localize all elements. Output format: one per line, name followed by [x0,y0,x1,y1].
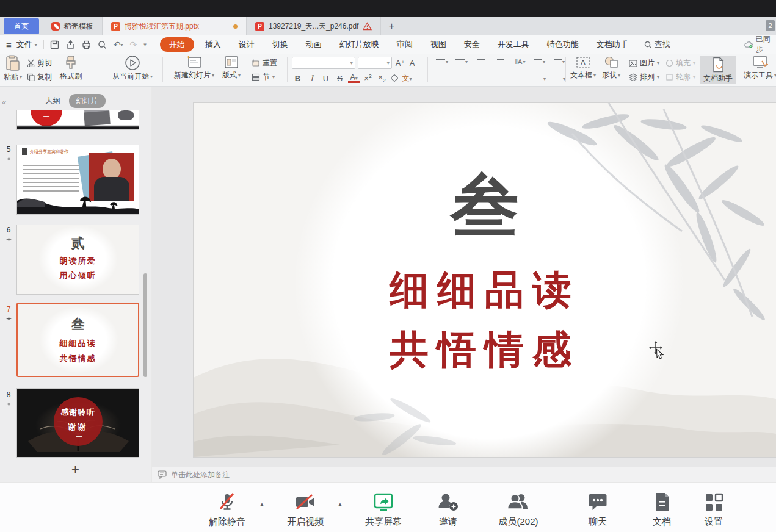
shape-outline-button[interactable]: 轮廓▾ [665,72,695,82]
start-video-button[interactable]: 开启视频 [287,491,324,528]
mic-options-arrow[interactable]: ▲ [259,501,265,508]
share-screen-button[interactable]: 共享屏幕 [365,491,402,528]
justify-icon[interactable] [492,72,509,85]
subscript-button[interactable]: ×2 [376,73,388,84]
home-tab[interactable]: 首页 [4,18,39,34]
text-direction-icon[interactable]: ▾ [531,55,548,68]
slide-section-number[interactable]: 叁 [194,171,776,240]
presentation-doc-tab[interactable]: P 博雅悦读汇第五期.pptx [103,17,247,35]
tab-security[interactable]: 安全 [464,39,480,50]
members-button[interactable]: 成员(202) [498,491,538,528]
slide-panel: « 大纲 幻灯片 一 5 介绍分享嘉宾和著作 6 贰 朗读所爱 [0,87,151,482]
columns-icon[interactable]: ‖A▾ [512,55,529,68]
font-color-button[interactable]: A▾ [348,73,360,83]
arrange-button[interactable]: 排列▾ [629,72,659,82]
cut-button[interactable]: 剪切 [27,58,52,68]
document-button[interactable]: 文档 [651,491,672,528]
slide-title-line2[interactable]: 共悟情感 [194,330,776,369]
copy-icon [27,73,35,81]
tab-start[interactable]: 开始 [160,37,194,52]
slide-thumbnail-8[interactable]: 感谢聆听 谢谢 [16,388,139,458]
settings-button[interactable]: 设置 [703,491,725,528]
slide-thumbnail-5[interactable]: 介绍分享嘉宾和著作 [16,145,139,215]
new-slide-button[interactable]: 新建幻灯片▾ [169,55,220,81]
docer-template-tab[interactable]: 稻壳模板 [43,17,103,35]
presentation-tools-button[interactable]: 演示工具▾ [744,55,776,81]
tab-insert[interactable]: 插入 [205,39,221,50]
distribute-icon[interactable] [512,72,529,85]
sidebar-scrollbar[interactable] [143,273,147,377]
slide-thumbnail-4[interactable]: 一 [16,110,139,130]
reset-button[interactable]: 重置 [252,58,277,68]
align-center-icon[interactable] [453,72,470,85]
shapes-button[interactable]: 形状▾ [602,55,620,81]
slide-thumbnail-7-selected[interactable]: 叁 细细品读 共悟情感 [16,303,139,377]
line-spacing-icon[interactable]: ▾ [531,72,548,85]
font-size-select[interactable]: ▾ [358,57,392,69]
align-right-icon[interactable] [473,72,490,85]
clear-format-icon[interactable] [390,74,399,82]
play-from-current-button[interactable]: 从当前开始▾ [109,55,156,82]
underline-button[interactable]: U [320,74,332,83]
save-icon[interactable] [50,40,59,49]
current-slide[interactable]: 叁 细细品读 共悟情感 [193,102,776,458]
tab-outline[interactable]: 大纲 [46,96,60,106]
tab-slides[interactable]: 幻灯片 [69,94,106,108]
superscript-button[interactable]: ×2 [362,73,374,83]
increase-indent-icon[interactable] [492,55,509,68]
move-cursor [648,341,665,361]
warning-icon [363,22,372,31]
file-menu[interactable]: 文件▾ [16,39,37,50]
picture-button[interactable]: 图片▾ [629,58,659,68]
tab-count-badge[interactable]: 2 [766,20,775,31]
notes-bar[interactable]: 单击此处添加备注 [152,467,776,482]
tab-doc-assistant[interactable]: 文档助手 [597,39,628,50]
italic-button[interactable]: I [306,74,317,83]
decrease-indent-icon[interactable] [473,55,490,68]
tab-devtools[interactable]: 开发工具 [498,39,529,50]
tab-design[interactable]: 设计 [239,39,255,50]
unmute-button[interactable]: 解除静音 [209,491,245,528]
slide-title-line1[interactable]: 细细品读 [194,270,776,309]
chat-button[interactable]: 聊天 [587,491,609,528]
unmute-label: 解除静音 [209,516,245,528]
numbered-list-icon[interactable]: ▾ [453,55,470,68]
copy-button[interactable]: 复制 [27,72,52,82]
new-tab-button[interactable]: + [381,17,402,35]
section-button[interactable]: 节▾ [252,72,277,82]
tab-review[interactable]: 审阅 [397,39,413,50]
redo-button[interactable]: ↷ [130,40,137,49]
increase-font-button[interactable]: A⁺ [394,59,406,68]
invite-button[interactable]: 邀请 [437,491,460,528]
paste-button[interactable]: 粘贴▾ [4,55,22,82]
sync-status[interactable]: 已同步 [744,35,776,54]
bold-button[interactable]: B [292,74,303,83]
video-options-arrow[interactable]: ▲ [337,501,343,508]
tab-view[interactable]: 视图 [430,39,446,50]
strikethrough-button[interactable]: S [334,74,346,83]
pdf-doc-tab[interactable]: P 13927219_天...天_p246.pdf [247,17,381,35]
align-left-icon[interactable] [433,72,451,85]
add-slide-button[interactable]: + [0,462,151,478]
format-painter-button[interactable]: 格式刷 [60,55,82,82]
text-tool-button[interactable]: 文▾ [401,73,413,84]
tab-animation[interactable]: 动画 [306,39,322,50]
font-name-select[interactable]: ▾ [292,57,355,69]
quickbar-more-icon[interactable]: ▾ [143,41,147,48]
slide-thumbnail-6[interactable]: 贰 朗读所爱 用心倾听 [16,225,139,295]
undo-button[interactable]: ↶▾ [114,40,123,49]
decrease-font-button[interactable]: A⁻ [408,59,420,68]
print-preview-icon[interactable] [98,40,107,49]
menubar-find[interactable]: 查找 [644,39,670,50]
fill-button[interactable]: 填充▾ [665,58,695,68]
tab-slideshow[interactable]: 幻灯片放映 [339,39,379,50]
layout-button[interactable]: 版式▾ [222,55,241,81]
tab-transition[interactable]: 切换 [272,39,288,50]
export-icon[interactable] [66,40,75,49]
bullet-list-icon[interactable]: ▾ [433,55,451,68]
tab-special-features[interactable]: 特色功能 [547,39,579,50]
textbox-button[interactable]: A 文本框▾ [570,55,596,81]
doc-assistant-button[interactable]: 文档助手 [700,56,736,84]
print-icon[interactable] [82,40,91,49]
hamburger-icon[interactable]: ≡ [6,40,12,50]
